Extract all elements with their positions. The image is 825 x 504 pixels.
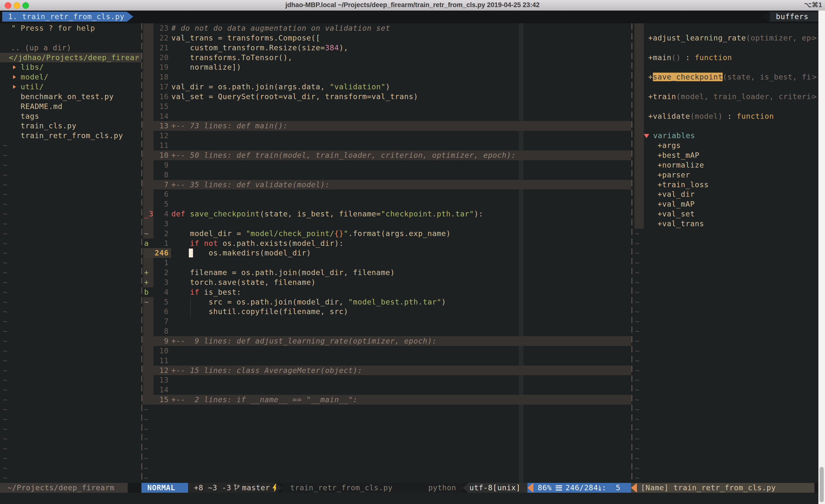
code-line[interactable]: 7 (142, 317, 631, 326)
code-line[interactable]: 23# do not do data augmentation on valid… (142, 23, 631, 33)
tagbar-function-item[interactable]: +train(model, train_loader, criterio> (632, 92, 819, 102)
blank-line (632, 121, 819, 131)
tab-active[interactable]: 1. train_retr_from_cls.py (2, 12, 133, 22)
code-line[interactable]: 8 (142, 170, 631, 180)
folded-code-line[interactable]: 10+-- 50 lines: def train(model, train_l… (142, 150, 631, 160)
sidebar-item-file[interactable]: train_cls.py (0, 121, 141, 131)
tagbar-sidebar[interactable]: +adjust_learning_rate(optimizer, epo>+ma… (632, 23, 819, 483)
code-token: is_best: (199, 288, 241, 297)
tagbar-variable-item[interactable]: +best_mAP (632, 150, 819, 160)
code-line[interactable]: a1 if not os.path.exists(model_dir): (142, 239, 631, 248)
code-line[interactable]: +3 torch.save(state, filename) (142, 277, 631, 287)
code-line[interactable]: 11 (142, 141, 631, 150)
end-of-buffer-tilde: ~ (3, 424, 8, 434)
sidebar-item-file[interactable]: benchmark_on_test.py (0, 92, 141, 102)
folded-code-line[interactable]: 9+-- 9 lines: def adjust_learning_rate(o… (142, 336, 631, 346)
code-text: if not os.path.exists(model_dir): (171, 239, 344, 248)
relative-line-number: 4 (148, 209, 169, 219)
code-line[interactable]: 5 (142, 199, 631, 209)
code-line[interactable]: 9 (142, 160, 631, 170)
nerdtree-up-a-dir[interactable]: .. (up a dir) (0, 43, 141, 53)
code-line[interactable]: 17val_dir = os.path.join(args.data, "val… (142, 82, 631, 92)
truncation-arrow: > (135, 53, 140, 63)
folded-code-line[interactable]: 7+-- 35 lines: def validate(model): (142, 180, 631, 190)
buffers-indicator[interactable]: buffers (763, 12, 819, 22)
code-line[interactable]: 8 (142, 326, 631, 336)
tagbar-variable-item[interactable]: +val_mAP (632, 199, 819, 209)
sidebar-item-file[interactable]: train_retr_from_cls.py (0, 131, 141, 141)
empty-line: ~ (0, 258, 141, 268)
folded-code-line[interactable]: 12+-- 15 lines: class AverageMeter(objec… (142, 365, 631, 375)
tagbar-variable-item[interactable]: +train_loss (632, 180, 819, 190)
empty-line: ~ (632, 307, 819, 317)
code-line[interactable]: 6 (142, 189, 631, 199)
sidebar-item-directory[interactable]: model/ (0, 72, 141, 82)
code-line[interactable]: 6 shutil.copyfile(filename, src) (142, 307, 631, 317)
sidebar-item-directory[interactable]: libs/ (0, 62, 141, 72)
code-line[interactable]: +2 filename = os.path.join(model_dir, fi… (142, 268, 631, 277)
tagbar-function-item[interactable]: +adjust_learning_rate(optimizer, epo> (632, 33, 819, 43)
tag-name: +best_mAP (658, 151, 699, 160)
current-line-number: 246 (148, 248, 169, 258)
code-line[interactable]: 10 (142, 346, 631, 356)
folded-code-line[interactable]: 15+-- 2 lines: if __name__ == "__main__"… (142, 395, 631, 405)
tagbar-variable-item[interactable]: +val_set (632, 209, 819, 219)
code-line[interactable]: 11 (142, 356, 631, 365)
code-line[interactable]: ~2 model_dir = "model/check_point/{}".fo… (142, 229, 631, 239)
code-line[interactable]: 19 normalize]) (142, 62, 631, 72)
empty-line: ~ (632, 424, 819, 434)
code-line[interactable]: 14 (142, 385, 631, 395)
code-line[interactable]: 13 (142, 375, 631, 385)
empty-line: ~ (0, 473, 141, 483)
code-line[interactable]: 18 (142, 72, 631, 82)
empty-line: ~ (632, 463, 819, 473)
sidebar-item-file[interactable]: README.md (0, 102, 141, 111)
tagbar-function-item[interactable]: +validate(model) : function (632, 111, 819, 121)
code-token: +-- 15 lines: class AverageMeter(object)… (171, 366, 362, 375)
code-line[interactable]: 20 transforms.ToTensor(), (142, 53, 631, 63)
code-line[interactable]: 12 (142, 131, 631, 141)
folded-code-line[interactable]: 13+-- 73 lines: def main(): (142, 121, 631, 131)
code-text: +-- 15 lines: class AverageMeter(object)… (171, 365, 362, 375)
code-line[interactable]: 22val_trans = transforms.Compose([ (142, 33, 631, 43)
code-text: filename = os.path.join(model_dir, filen… (171, 268, 395, 277)
tagbar-variable-item[interactable]: +args (632, 141, 819, 150)
code-line[interactable]: 14 (142, 111, 631, 121)
empty-line: ~ (632, 365, 819, 375)
tagbar-variable-item[interactable]: +val_trans (632, 219, 819, 229)
code-line[interactable]: 3 (142, 219, 631, 229)
end-of-buffer-tilde: ~ (144, 434, 149, 444)
code-line[interactable]: 246 os.makedirs(model_dir) (142, 248, 631, 258)
nerdtree-sidebar[interactable]: " Press ? for help.. (up a dir)</jdhao/P… (0, 23, 141, 483)
scrollbar-thumb[interactable] (820, 467, 824, 502)
code-line[interactable]: 16val_set = QuerySet(root=val_dir, trans… (142, 92, 631, 102)
end-of-buffer-tilde: ~ (3, 375, 8, 385)
end-of-buffer-tilde: ~ (144, 414, 149, 424)
sidebar-item-directory[interactable]: util/ (0, 82, 141, 92)
relative-line-number: 2 (148, 229, 169, 239)
empty-line: ~ (632, 395, 819, 405)
code-line[interactable]: _34def save_checkpoint(state, is_best, f… (142, 209, 631, 219)
code-line[interactable]: 1 (142, 258, 631, 268)
tagbar-function-item[interactable]: +save_checkpoint(state, is_best, fil> (632, 72, 819, 82)
code-token: (model, train_loader, criterio (676, 92, 816, 101)
end-of-buffer-tilde: ~ (3, 209, 8, 219)
empty-line: ~ (632, 229, 819, 239)
code-line[interactable]: 21 custom_transform.Resize(size=384), (142, 43, 631, 53)
code-line[interactable]: 15 (142, 102, 631, 111)
relative-line-number: 5 (148, 297, 169, 307)
code-line[interactable]: ~5 src = os.path.join(model_dir, "model_… (142, 297, 631, 307)
git-hunks: +8 ~3 -3 (194, 483, 231, 493)
editor-window[interactable]: 23# do not do data augmentation on valid… (142, 23, 631, 483)
window-separator-right[interactable] (631, 23, 632, 483)
tagbar-variable-item[interactable]: +val_dir (632, 189, 819, 199)
tagbar-function-item[interactable]: +main() : function (632, 53, 819, 63)
code-line[interactable]: b4 if is_best: (142, 287, 631, 297)
tagbar-kind-header[interactable]: variables (632, 131, 819, 141)
nerdtree-root-path[interactable]: </jdhao/Projects/deep_firear> (0, 53, 141, 63)
empty-line: ~ (0, 356, 141, 365)
tagbar-variable-item[interactable]: +normalize (632, 160, 819, 170)
sidebar-item-file[interactable]: tags (0, 111, 141, 121)
code-token: : (681, 53, 695, 62)
tagbar-variable-item[interactable]: +parser (632, 170, 819, 180)
